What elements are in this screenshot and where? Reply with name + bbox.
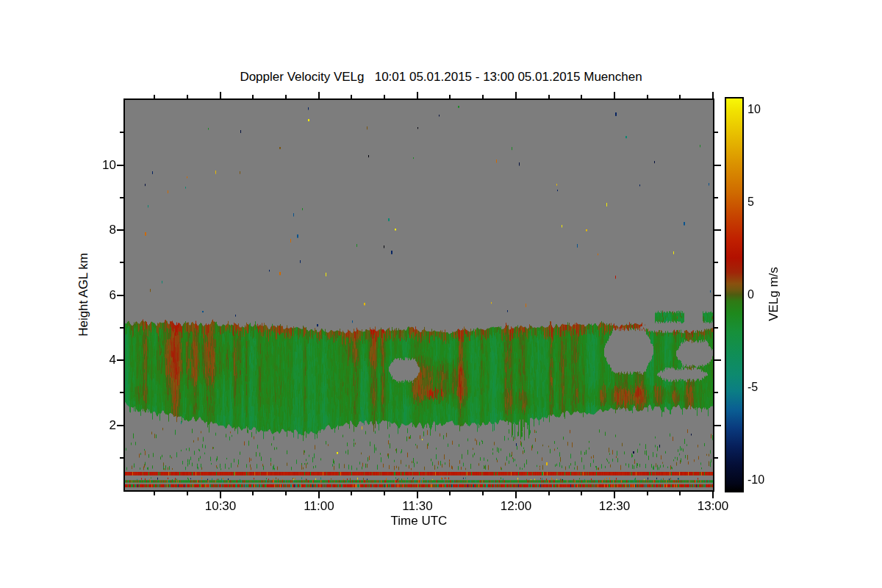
x-axis-tick bbox=[285, 492, 287, 495]
y-axis-tick bbox=[117, 359, 123, 361]
x-axis-tick bbox=[679, 492, 681, 495]
x-tick-label: 12:00 bbox=[490, 499, 542, 514]
colorbar-tick-label: -5 bbox=[747, 381, 758, 394]
x-axis-tick bbox=[220, 492, 221, 498]
x-tick-label: 12:30 bbox=[589, 499, 640, 514]
x-axis-tick bbox=[154, 492, 155, 495]
x-axis-tick bbox=[252, 492, 254, 495]
x-axis-tick bbox=[318, 92, 320, 98]
x-tick-label: 13:00 bbox=[687, 499, 739, 514]
y-axis-tick bbox=[714, 327, 718, 329]
x-tick-label: 10:30 bbox=[195, 499, 246, 514]
x-axis-tick bbox=[351, 492, 352, 495]
y-tick-label: 4 bbox=[81, 353, 116, 368]
y-axis-tick bbox=[117, 295, 123, 296]
y-axis-tick bbox=[714, 457, 718, 459]
x-axis-tick bbox=[384, 492, 385, 495]
y-axis-tick bbox=[714, 229, 721, 231]
x-axis-tick bbox=[187, 492, 188, 495]
x-axis-tick bbox=[417, 492, 418, 498]
x-axis-tick bbox=[417, 92, 418, 98]
y-axis-tick bbox=[714, 165, 721, 166]
y-axis-title: Height AGL km bbox=[76, 253, 91, 337]
colorbar-tick-label: -10 bbox=[747, 473, 764, 487]
y-axis-tick bbox=[714, 359, 721, 361]
y-axis-tick bbox=[714, 132, 718, 133]
y-axis-tick bbox=[117, 425, 123, 426]
y-axis-tick bbox=[714, 295, 721, 296]
colorbar-title: VELg m/s bbox=[767, 267, 781, 321]
x-axis-tick bbox=[712, 92, 714, 98]
x-axis-tick bbox=[712, 492, 714, 498]
x-axis-tick bbox=[614, 92, 615, 98]
y-axis-tick bbox=[714, 262, 718, 263]
x-axis-tick bbox=[515, 92, 517, 98]
y-tick-label: 8 bbox=[81, 223, 116, 237]
x-axis-title: Time UTC bbox=[345, 514, 492, 528]
y-axis-tick bbox=[714, 392, 718, 393]
y-tick-label: 2 bbox=[81, 418, 116, 433]
x-axis-tick bbox=[548, 492, 550, 495]
doppler-velocity-figure: Doppler Velocity VELg 10:01 05.01.2015 -… bbox=[0, 0, 882, 588]
x-axis-tick bbox=[515, 492, 517, 498]
heatmap-canvas bbox=[125, 100, 713, 490]
x-axis-tick bbox=[581, 492, 582, 495]
colorbar-tick-label: 5 bbox=[747, 196, 754, 209]
x-tick-label: 11:00 bbox=[293, 499, 345, 514]
x-axis-tick bbox=[647, 492, 648, 495]
plot-area bbox=[123, 98, 714, 492]
x-axis-tick bbox=[614, 492, 615, 498]
x-axis-tick bbox=[220, 92, 221, 98]
y-axis-tick bbox=[714, 425, 721, 426]
colorbar bbox=[725, 97, 744, 492]
x-axis-tick bbox=[482, 492, 484, 495]
y-axis-tick bbox=[117, 165, 123, 166]
y-axis-tick bbox=[117, 229, 123, 231]
chart-title: Doppler Velocity VELg 10:01 05.01.2015 -… bbox=[0, 70, 882, 85]
colorbar-tick-label: 0 bbox=[747, 288, 754, 301]
x-axis-tick bbox=[449, 492, 451, 495]
x-axis-tick bbox=[318, 492, 320, 498]
colorbar-tick-label: 10 bbox=[747, 103, 761, 116]
x-tick-label: 11:30 bbox=[392, 499, 443, 514]
y-tick-label: 10 bbox=[81, 158, 116, 173]
y-axis-tick bbox=[714, 197, 718, 198]
